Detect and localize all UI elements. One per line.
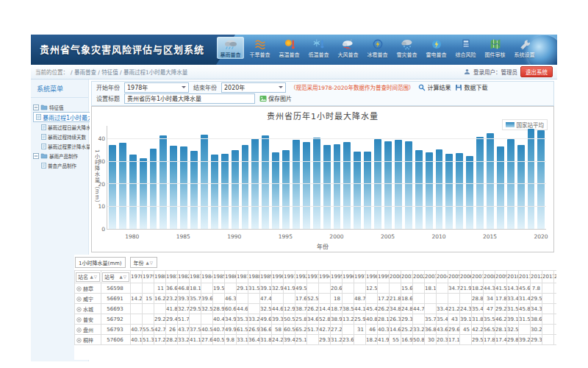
value-cell — [237, 294, 248, 304]
col-header-1986: 1986 — [225, 271, 237, 283]
col-header-2014: 2014 — [554, 271, 557, 283]
station-radio[interactable] — [76, 307, 83, 313]
dimension-box[interactable]: 年份 ▲▽ — [130, 257, 157, 268]
nav-map-review[interactable]: 图件审核 — [481, 37, 509, 59]
col-header-station-id[interactable]: 站号▲▽ — [101, 271, 131, 283]
data-download-button[interactable]: 数据下载 — [455, 83, 487, 91]
nav-drought[interactable]: 干旱普查 — [246, 37, 273, 59]
end-year-label: 结束年份 — [193, 83, 217, 91]
value-cell: 34.7 — [448, 283, 460, 294]
sidebar-branch-products[interactable]: 暴雨产品制作 — [33, 151, 86, 160]
chart-title-input[interactable] — [124, 93, 255, 104]
nav-hail[interactable]: 冰雹普查 — [364, 37, 391, 59]
station-radio[interactable] — [76, 286, 83, 292]
value-cell: 37.5 — [190, 325, 201, 335]
value-cell: 14.2 — [131, 294, 143, 304]
value-cell: 56.5 — [484, 325, 495, 335]
save-disk-icon — [455, 84, 462, 91]
value-cell: 30.2 — [531, 325, 542, 335]
bar-2009 — [426, 152, 433, 229]
value-cell — [201, 314, 213, 325]
value-cell: 45.8 — [519, 304, 531, 314]
sidebar-item[interactable]: 暴雨过程1小时最大降水量 — [33, 112, 98, 122]
value-cell: 52.5 — [307, 294, 319, 304]
value-cell: 12.5 — [366, 283, 378, 294]
measure-box[interactable]: 1小时降水量(mm) — [75, 257, 126, 268]
value-cell: 60.6 — [225, 304, 237, 314]
station-id-cell: 56598 — [101, 283, 131, 294]
col-header-2005: 2005 — [448, 271, 460, 283]
value-cell — [319, 283, 331, 294]
value-cell: 31.4 — [519, 294, 531, 304]
station-radio[interactable] — [76, 317, 83, 323]
pivot-toolbar: 1小时降水量(mm) 年份 ▲▽ — [74, 255, 556, 268]
value-cell: 12.9 — [284, 304, 295, 314]
value-cell: 25.1 — [295, 335, 307, 345]
col-header-2012: 2012 — [531, 271, 542, 283]
col-header-2003: 2003 — [425, 271, 437, 283]
value-cell: 42.7 — [154, 325, 166, 335]
value-cell: 18.1 — [425, 283, 437, 294]
value-cell: 36.6 — [260, 325, 272, 335]
value-cell: 17.8 — [484, 335, 495, 345]
bar-1999 — [323, 145, 331, 229]
col-header-station-name[interactable]: 站名▲▽ — [75, 271, 101, 283]
branch-label: 特征值 — [49, 104, 64, 111]
station-name-cell: 盘州 — [75, 325, 101, 335]
sidebar-title: 系统菜单 — [31, 79, 88, 98]
value-cell: 26.2 — [307, 304, 319, 314]
bar-1991 — [242, 145, 249, 229]
value-cell: 21.2 — [448, 304, 460, 314]
save-image-button[interactable]: 保存图片 — [259, 94, 292, 102]
end-year-select[interactable]: 2020年 — [221, 82, 286, 93]
range-note: （规范采用1978-2020年数据作为普查时间范围） — [290, 83, 414, 91]
logout-button[interactable]: 退出系统 — [520, 66, 553, 77]
nav-composite-risk[interactable]: 综合风险 — [452, 37, 479, 59]
col-header-1999: 1999 — [378, 271, 390, 283]
value-cell: 47 — [484, 304, 495, 314]
collapse-minus-icon[interactable] — [33, 105, 39, 110]
nav-high-temp[interactable]: 高温普查 — [276, 37, 303, 59]
value-cell: 52.8 — [319, 314, 331, 325]
sidebar-item[interactable]: 普查产品制作 — [33, 160, 86, 170]
value-cell: 39.6 — [201, 294, 213, 304]
bar-1997 — [303, 142, 310, 229]
station-radio[interactable] — [76, 338, 83, 344]
value-cell — [131, 314, 143, 325]
value-cell: 43.7 — [178, 325, 190, 335]
sidebar-branch-features[interactable]: 特征值 — [33, 102, 86, 112]
sidebar-item[interactable]: 暴雨过程累计降水量 — [33, 141, 86, 151]
nav-gale[interactable]: 大风普查 — [334, 37, 362, 59]
value-cell: 7.8 — [531, 283, 542, 294]
bar-1985 — [180, 146, 187, 229]
value-cell: 16.2 — [154, 294, 166, 304]
bar-1988 — [211, 155, 218, 229]
y-axis-ticks: 010203040 — [99, 126, 106, 230]
sort-icons[interactable]: ▲▽ — [120, 275, 127, 279]
nav-lightning[interactable]: 雷电普查 — [423, 37, 450, 59]
sidebar-item[interactable]: 暴雨过程持续天数 — [33, 132, 86, 141]
page-icon — [41, 144, 46, 149]
bar-2020 — [537, 130, 545, 229]
nav-settings[interactable]: 系统设置 — [511, 37, 538, 59]
value-cell: 17.4 — [495, 335, 507, 345]
value-cell: 40.4 — [213, 314, 225, 325]
bar-1984 — [170, 146, 177, 229]
station-name-cell: 普安 — [75, 314, 101, 325]
value-cell: 35.3 — [237, 314, 248, 325]
start-year-select[interactable]: 1978年 — [124, 82, 189, 93]
nav-label: 大风普查 — [334, 51, 362, 58]
sidebar-item[interactable]: 暴雨过程日最大降水量 — [33, 122, 86, 132]
sort-icons[interactable]: ▲▽ — [90, 275, 98, 279]
collapse-minus-icon[interactable] — [33, 153, 39, 159]
sort-icons[interactable]: ▲▽ — [146, 261, 154, 265]
value-cell: 20.6 — [331, 283, 343, 294]
station-radio[interactable] — [76, 328, 83, 333]
nav-snow[interactable]: 雪灾普查 — [393, 37, 420, 59]
station-radio[interactable] — [76, 297, 83, 302]
calc-result-button[interactable]: 计算结果 — [418, 83, 451, 91]
nav-rainstorm[interactable]: 暴雨普查 — [217, 37, 244, 59]
value-cell: 60.5 — [284, 325, 295, 335]
value-cell — [225, 283, 237, 294]
nav-low-temp[interactable]: 低温普查 — [305, 37, 332, 59]
